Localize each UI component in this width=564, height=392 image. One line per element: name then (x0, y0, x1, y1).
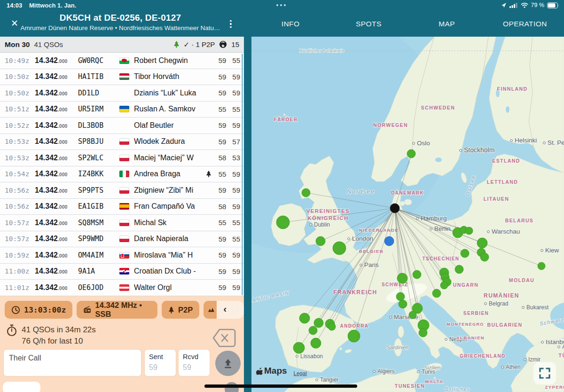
qso-spot-marker[interactable] (311, 338, 321, 348)
country-flag-icon (119, 284, 134, 291)
qso-frequency: 14.342.000 (35, 121, 78, 130)
qso-spot-marker[interactable] (409, 311, 416, 319)
legal-link[interactable]: Legal (294, 370, 307, 376)
qso-operator-name: Wlodek Zadura (134, 137, 206, 146)
qso-row-list: 10:49z14.342.000GW0RQCRobert Chegwin5955… (0, 53, 244, 296)
qso-spot-marker[interactable] (302, 188, 310, 197)
qso-spot-marker[interactable] (419, 329, 427, 337)
map-country-label: DÄNEMARK (391, 190, 424, 196)
qso-spot-marker[interactable] (293, 342, 305, 353)
rst-sent-input[interactable]: Sent 59 (145, 350, 176, 376)
qso-spot-marker[interactable] (407, 149, 415, 158)
map-city-label: Lissabon (300, 353, 323, 360)
fullscreen-button[interactable] (533, 362, 556, 384)
qso-spot-marker[interactable] (432, 289, 441, 298)
qso-row[interactable]: 10:59z14.342.000OM4AIMMiroslava “Mia” H5… (0, 247, 244, 264)
log-qso-upload-button[interactable] (215, 351, 241, 376)
qso-row[interactable]: 10:50z14.342.000HA1TIBTibor Horváth5959 (0, 69, 244, 86)
qso-spot-marker[interactable] (397, 273, 407, 283)
country-flag-icon (119, 203, 134, 210)
keyboard-accessory-left[interactable] (3, 382, 40, 392)
qso-rst: 5559 (214, 170, 240, 178)
qso-spot-marker[interactable] (399, 300, 407, 308)
qso-row[interactable]: 11:00z14.342.0009A1ACroatian Dx Club -59… (0, 264, 244, 280)
qso-row[interactable]: 10:51z14.342.000UR5IRMRuslan A. Samkov55… (0, 102, 244, 118)
qso-spot-marker[interactable] (299, 313, 310, 323)
globe-dx-icon (219, 40, 227, 48)
battery-icon (547, 2, 559, 8)
map-country-label: SERBIEN (463, 311, 489, 316)
sota-chip[interactable]: SOTA ‹ (204, 301, 244, 319)
upload-icon (221, 357, 235, 370)
rcvd-value: 59 (183, 363, 191, 372)
time-chip-label: 13:03:00z (24, 306, 66, 314)
status-bar: 14:03 Mittwoch 1. Jan. 79 % (0, 0, 564, 11)
qso-operator-name: Olaf Beutler (134, 121, 206, 130)
map-city-label: Algiers (377, 368, 395, 375)
qso-spot-marker[interactable] (440, 282, 448, 289)
qso-time: 10:59z (5, 251, 35, 259)
qso-spot-marker[interactable] (333, 242, 346, 255)
qso-row[interactable]: 10:49z14.342.000GW0RQCRobert Chegwin5955 (0, 53, 244, 69)
qso-frequency: 14.342.000 (35, 170, 78, 178)
qso-spot-marker[interactable] (396, 292, 405, 301)
tab-spots[interactable]: SPOTS (329, 11, 407, 37)
map-city-label: Hamburg (421, 215, 447, 222)
station-marker[interactable] (390, 204, 400, 213)
qso-spot-marker[interactable] (413, 270, 421, 279)
map-country-label: UNGARN (453, 282, 478, 288)
qso-rst: 5959 (214, 89, 240, 97)
qso-row[interactable]: 10:52z14.342.000DL3BOBOlaf Beutler5959 (0, 118, 244, 134)
backspace-button[interactable] (212, 327, 237, 349)
qso-row[interactable]: 10:57z14.342.000SQ8MSMMichal Sk5555 (0, 215, 244, 231)
map-city-label: Belgrad (489, 300, 508, 307)
sent-value: 59 (149, 363, 157, 372)
country-flag-icon (119, 187, 134, 194)
freq-mode-chip[interactable]: 14.342 MHz • SSB (77, 301, 157, 319)
map-view[interactable]: Nördlicher PolarkreisFÄRÖERFINNLANDSCHWE… (251, 37, 564, 392)
home-indicator[interactable] (204, 384, 357, 388)
list-scrollbar[interactable] (242, 54, 243, 295)
qso-time: 10:49z (5, 57, 35, 64)
qso-spot-marker[interactable] (465, 227, 473, 235)
qso-spot-marker[interactable] (328, 323, 336, 330)
qso-spot-marker[interactable] (455, 265, 463, 274)
map-country-label: GRIECHENLAND (460, 353, 505, 359)
qso-spot-marker[interactable] (480, 253, 489, 261)
qso-operator-name: Dzianis “Luk” Luka (134, 89, 206, 97)
qso-spot-marker[interactable] (276, 216, 290, 229)
radio-icon (83, 306, 91, 314)
qso-spot-marker[interactable] (477, 238, 487, 248)
qso-spot-marker[interactable] (538, 262, 545, 270)
kebab-menu-icon[interactable] (226, 17, 236, 31)
qso-row[interactable]: 10:56z14.342.000EA1GIBFran Campañó Va585… (0, 199, 244, 215)
qso-spot-marker[interactable] (309, 326, 317, 335)
qso-row[interactable]: 10:53z14.342.000SP2WLCMaciej “Maciej” W5… (0, 150, 244, 166)
tab-info[interactable]: INFO (251, 11, 329, 37)
tab-map[interactable]: MAP (408, 11, 486, 37)
qso-row[interactable]: 11:01z14.342.000OE6JODWalter Orgl5959 (0, 280, 244, 296)
qso-spot-marker[interactable] (384, 236, 394, 246)
log-day-header[interactable]: Mon 30 41 QSOs ✓ · 1 P2P 15 (0, 37, 244, 53)
rst-rcvd-input[interactable]: Rcvd 59 (179, 350, 210, 376)
qso-time: 10:50z (5, 73, 35, 80)
qso-rst: 5959 (214, 283, 240, 291)
qso-row[interactable]: 10:56z14.342.000SP9PTSZbigniew “Zibi” Mi… (0, 182, 244, 199)
multitasking-dots-icon[interactable] (276, 4, 286, 6)
qso-spot-marker[interactable] (316, 236, 325, 246)
qso-row[interactable]: 10:54z14.342.000IZ4BKKAndrea Braga5559 (0, 166, 244, 183)
map-city-label: Stockholm (464, 146, 494, 154)
qso-spot-marker[interactable] (461, 249, 469, 258)
p2p-chip[interactable]: P2P (162, 301, 199, 319)
qso-spot-marker[interactable] (314, 318, 323, 328)
their-call-input[interactable]: Their Call (4, 350, 141, 376)
qso-spot-marker[interactable] (348, 330, 360, 342)
tab-operation[interactable]: OPERATION (486, 11, 564, 37)
qso-row[interactable]: 10:53z14.342.000SP8BJUWlodek Zadura5957 (0, 134, 244, 150)
qso-row[interactable]: 10:50z14.342.000DD1LDDzianis “Luk” Luka5… (0, 85, 244, 102)
qso-operator-name: Croatian Dx Club - (134, 267, 206, 275)
qso-row[interactable]: 10:57z14.342.000SP9WMDDarek Napierala595… (0, 231, 244, 248)
qso-operator-name: Zbigniew “Zibi” Mi (134, 186, 206, 195)
time-chip[interactable]: 13:03:00z (5, 301, 72, 319)
qso-frequency: 14.342.000 (35, 72, 78, 81)
